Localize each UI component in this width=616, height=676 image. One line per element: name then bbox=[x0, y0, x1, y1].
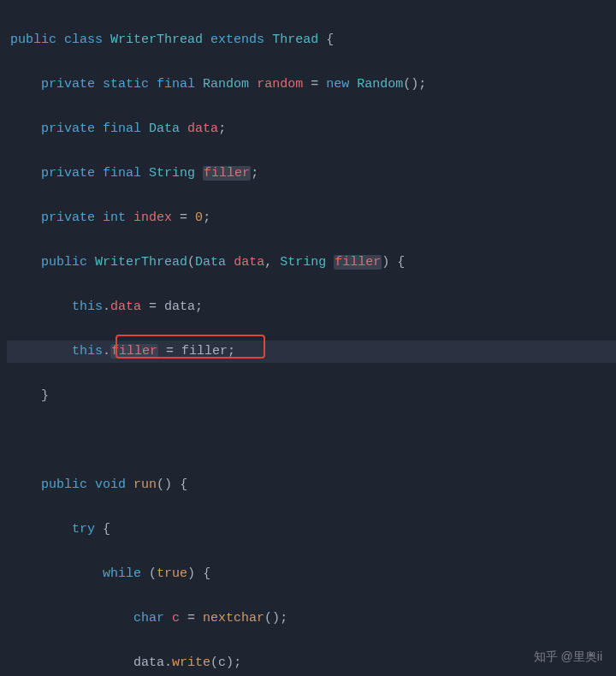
watermark: 知乎 @里奥ii bbox=[534, 645, 602, 667]
code-line: } bbox=[7, 385, 616, 407]
code-line: private final String filler; bbox=[7, 163, 616, 185]
code-line: private static final Random random = new… bbox=[7, 74, 616, 96]
code-line: try { bbox=[7, 519, 616, 541]
code-line-active: this.filler = filler; bbox=[7, 341, 616, 363]
code-line bbox=[7, 430, 616, 452]
code-line: public class WriterThread extends Thread… bbox=[7, 29, 616, 51]
code-line: private final Data data; bbox=[7, 118, 616, 140]
code-line: char c = nextchar(); bbox=[7, 608, 616, 630]
code-editor[interactable]: public class WriterThread extends Thread… bbox=[0, 0, 616, 676]
code-line: data.write(c); bbox=[7, 652, 616, 674]
code-line: while (true) { bbox=[7, 563, 616, 585]
code-line: public void run() { bbox=[7, 474, 616, 496]
code-line: public WriterThread(Data data, String fi… bbox=[7, 252, 616, 274]
code-line: private int index = 0; bbox=[7, 207, 616, 229]
code-line: this.data = data; bbox=[7, 296, 616, 318]
